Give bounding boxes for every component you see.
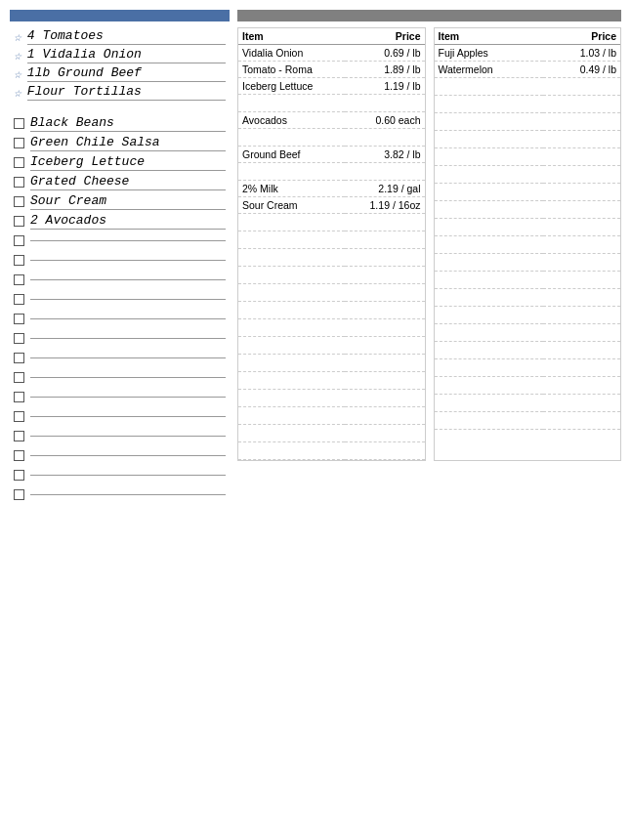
checkbox-item (10, 465, 230, 484)
checkbox[interactable] (14, 138, 24, 148)
checkbox[interactable] (14, 196, 24, 207)
item-cell (435, 236, 544, 254)
table-row: Vidalia Onion0.69 / lb (238, 45, 425, 62)
checkbox-label (30, 259, 226, 261)
item-cell (238, 249, 345, 267)
price-cell (345, 319, 424, 337)
checkbox-item (10, 387, 230, 406)
table-row (238, 442, 425, 460)
item-cell: Avocados (238, 112, 345, 129)
item-cell: Tomato - Roma (238, 62, 345, 78)
checkbox-label: Sour Cream (30, 193, 226, 210)
table-row (435, 342, 621, 359)
table-row (435, 236, 621, 254)
table-row: 2% Milk2.19 / gal (238, 181, 425, 197)
item-cell (435, 219, 544, 236)
checkbox[interactable] (14, 353, 24, 363)
checkbox-item: Grated Cheese (10, 172, 230, 191)
checkbox[interactable] (14, 294, 24, 305)
item-cell (238, 390, 345, 407)
table-row (435, 131, 621, 148)
item-cell (435, 412, 544, 430)
price-table-1: Item Price Vidalia Onion0.69 / lbTomato … (237, 27, 426, 461)
table-row: Tomato - Roma1.89 / lb (238, 62, 425, 78)
col-price-2: Price (543, 28, 620, 45)
item-cell: Fuji Apples (435, 45, 544, 62)
item-cell (238, 337, 345, 355)
checkbox-label: 2 Avocados (30, 213, 226, 230)
price-cell: 0.69 / lb (345, 45, 424, 62)
price-cell (543, 96, 620, 113)
table-row (435, 184, 621, 201)
table-row: Watermelon0.49 / lb (435, 62, 621, 78)
good-prices-header (237, 10, 621, 21)
price-cell (345, 231, 424, 249)
checkbox[interactable] (14, 216, 24, 227)
checkbox-label: Green Chile Salsa (30, 135, 226, 151)
checkbox[interactable] (14, 235, 24, 246)
item-cell (435, 96, 544, 113)
price-cell: 0.49 / lb (543, 62, 620, 78)
page: ☆4 Tomatoes☆1 Vidalia Onion☆1lb Ground B… (0, 0, 631, 840)
checkbox[interactable] (14, 255, 24, 266)
checkbox[interactable] (14, 450, 24, 461)
item-cell (435, 324, 544, 342)
checkbox-label (30, 435, 226, 437)
checkbox-label (30, 278, 226, 280)
checkbox-item: 2 Avocados (10, 211, 230, 231)
item-cell (238, 129, 345, 147)
price-cell: 1.19 / 16oz (345, 197, 424, 214)
checkbox-item (10, 445, 230, 465)
item-cell (238, 302, 345, 319)
checkbox-item (10, 270, 230, 289)
item-cell: Iceberg Lettuce (238, 78, 345, 95)
checkbox[interactable] (14, 333, 24, 344)
price-cell (543, 359, 620, 377)
checkbox[interactable] (14, 470, 24, 481)
item-cell (435, 342, 544, 359)
checkbox[interactable] (14, 489, 24, 500)
checkbox[interactable] (14, 314, 24, 324)
checkbox[interactable] (14, 392, 24, 402)
price-cell (543, 201, 620, 219)
checkbox[interactable] (14, 118, 24, 129)
table-row (435, 96, 621, 113)
table-row (435, 412, 621, 430)
price-cell: 1.19 / lb (345, 78, 424, 95)
price-cell (543, 236, 620, 254)
price-cell (345, 284, 424, 302)
checkbox[interactable] (14, 411, 24, 422)
item-cell (238, 442, 345, 460)
checkbox[interactable] (14, 177, 24, 188)
price-cell (345, 129, 424, 147)
starred-item-text: 1lb Ground Beef (27, 65, 226, 82)
price-cell (543, 131, 620, 148)
item-cell (435, 254, 544, 272)
item-cell (435, 359, 544, 377)
item-cell (238, 355, 345, 372)
table-row (238, 95, 425, 112)
checkbox[interactable] (14, 274, 24, 285)
price-cell (345, 337, 424, 355)
checkbox-label (30, 415, 226, 417)
checkbox[interactable] (14, 431, 24, 441)
price-cell (345, 372, 424, 390)
item-cell (435, 166, 544, 184)
checkbox[interactable] (14, 157, 24, 168)
item-cell (435, 201, 544, 219)
price-cell (543, 272, 620, 289)
starred-item: ☆1 Vidalia Onion (10, 46, 230, 64)
table-row (238, 267, 425, 284)
item-cell: Vidalia Onion (238, 45, 345, 62)
checkbox[interactable] (14, 372, 24, 383)
starred-item: ☆4 Tomatoes (10, 27, 230, 46)
price-cell (543, 307, 620, 324)
table-row (238, 425, 425, 442)
price-tables: Item Price Vidalia Onion0.69 / lbTomato … (237, 27, 621, 461)
table-row (238, 319, 425, 337)
item-cell (238, 95, 345, 112)
price-cell (345, 390, 424, 407)
item-cell: Watermelon (435, 62, 544, 78)
table-row (238, 407, 425, 425)
price-cell: 1.03 / lb (543, 45, 620, 62)
